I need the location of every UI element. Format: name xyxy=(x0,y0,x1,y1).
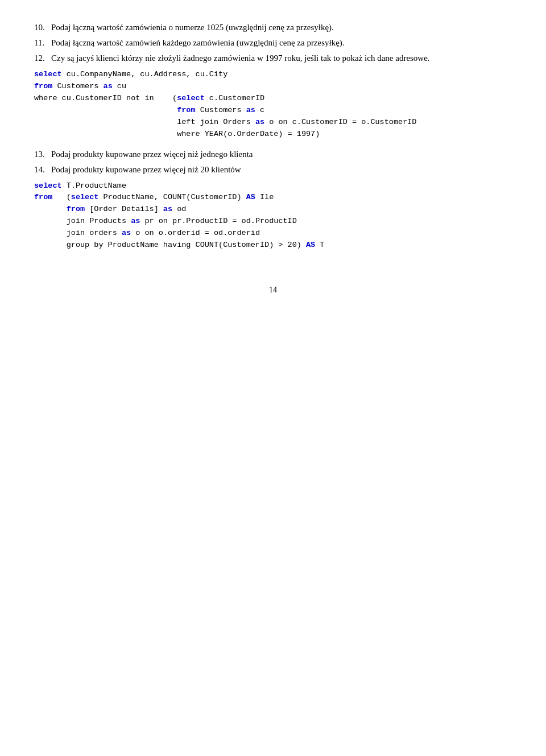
item-text-12: Czy są jacyś klienci którzy nie złożyli … xyxy=(51,53,512,63)
item-number-13: 13. xyxy=(34,150,51,159)
code-block-14: select T.ProductName from (select Produc… xyxy=(34,180,512,252)
list-item: 12. Czy są jacyś klienci którzy nie złoż… xyxy=(34,53,512,63)
item-number-12: 12. xyxy=(34,53,51,63)
item-text-14: Podaj produkty kupowane przez więcej niż… xyxy=(51,165,512,175)
item-text-10: Podaj łączną wartość zamówienia o numerz… xyxy=(51,23,512,32)
list-item: 10. Podaj łączną wartość zamówienia o nu… xyxy=(34,23,512,32)
code-block-12: select cu.CompanyName, cu.Address, cu.Ci… xyxy=(34,69,512,141)
item-number-10: 10. xyxy=(34,23,51,32)
item-text-13: Podaj produkty kupowane przez więcej niż… xyxy=(51,150,512,159)
item-text-11: Podaj łączną wartość zamówień każdego za… xyxy=(51,38,512,48)
list-item: 13. Podaj produkty kupowane przez więcej… xyxy=(34,150,512,159)
page-content: 10. Podaj łączną wartość zamówienia o nu… xyxy=(34,23,512,295)
list-item: 11. Podaj łączną wartość zamówień każdeg… xyxy=(34,38,512,48)
item-number-11: 11. xyxy=(34,38,51,48)
item-number-14: 14. xyxy=(34,165,51,175)
page-number: 14 xyxy=(34,286,512,295)
list-item: 14. Podaj produkty kupowane przez więcej… xyxy=(34,165,512,175)
